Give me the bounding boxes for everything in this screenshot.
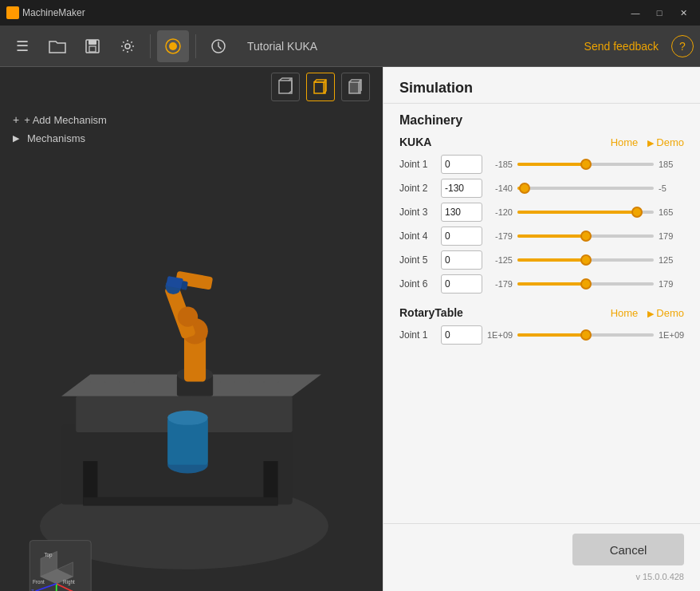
kuka-demo-button[interactable]: Demo [647, 136, 684, 148]
joint-slider-track [517, 333, 654, 337]
joint-slider[interactable] [517, 227, 654, 246]
record-button[interactable] [157, 30, 189, 62]
version-text: v 15.0.0.428 [635, 572, 684, 581]
joint-label: Joint 4 [399, 230, 436, 242]
joint-row: Joint 11E+091E+09 [399, 325, 684, 345]
play-icon [647, 136, 654, 148]
joint-label: Joint 5 [399, 254, 436, 266]
joint-slider-fill [517, 258, 586, 262]
menu-button[interactable]: ☰ [6, 30, 38, 62]
joint-min-label: 1E+09 [487, 330, 513, 340]
joint-slider-thumb[interactable] [631, 207, 643, 218]
send-feedback-button[interactable]: Send feedback [578, 37, 665, 56]
open-folder-button[interactable] [41, 30, 73, 62]
save-button[interactable] [77, 30, 108, 62]
rotary-table-name: RotaryTable [399, 306, 463, 319]
joint-label: Joint 3 [399, 207, 436, 218]
svg-rect-7 [279, 81, 292, 93]
joint-slider-track [517, 187, 654, 190]
joint-input[interactable] [441, 155, 482, 174]
right-panel-footer: Cancel v 15.0.0.428 [383, 523, 700, 591]
joint-input[interactable] [441, 179, 482, 198]
close-button[interactable]: ✕ [673, 5, 694, 21]
app-logo: MachineMaker [6, 6, 85, 19]
rotary-home-label: Home [611, 307, 639, 319]
left-panel: + + Add Mechanism ▶ Mechanisms [0, 67, 383, 591]
joint-max-label: 179 [659, 231, 684, 241]
joint-min-label: -179 [487, 279, 513, 289]
joint-max-label: 185 [659, 160, 684, 169]
joint-slider-thumb[interactable] [580, 254, 592, 266]
joint-slider-thumb[interactable] [580, 329, 592, 341]
joint-slider-track [517, 258, 654, 262]
svg-text:Top: Top [44, 552, 53, 558]
svg-rect-2 [89, 46, 96, 52]
rotary-home-button[interactable]: Home [611, 307, 639, 319]
project-title: Tutorial KUKA [247, 40, 317, 53]
joint-max-label: 179 [659, 279, 684, 289]
rotary-table-group: RotaryTable Home Demo Joint 11E+091E+09 [399, 306, 684, 345]
machinery-section: Machinery KUKA Home Demo [383, 104, 700, 367]
viewport[interactable]: Top Front Right x y z [0, 151, 383, 591]
logo-icon [6, 6, 19, 19]
kuka-joints-container: Joint 1-185185Joint 2-140-5Joint 3-12016… [399, 155, 684, 294]
add-icon: + [13, 113, 19, 126]
window-controls: — □ ✕ [625, 5, 694, 21]
rotary-demo-button[interactable]: Demo [647, 307, 684, 319]
joint-slider-fill [517, 282, 586, 286]
rotary-table-header: RotaryTable Home Demo [399, 306, 684, 319]
joint-slider-thumb[interactable] [519, 183, 530, 194]
joint-slider-thumb[interactable] [580, 230, 592, 242]
minimize-button[interactable]: — [625, 5, 646, 21]
toolbar-divider-1 [150, 34, 151, 58]
joint-slider-fill [517, 333, 586, 337]
help-icon: ? [679, 40, 686, 53]
joint-slider-fill [517, 211, 637, 214]
shaded-box-icon [345, 77, 366, 97]
svg-text:z: z [31, 587, 34, 591]
app-name: MachineMaker [22, 7, 85, 18]
main-content: + + Add Mechanism ▶ Mechanisms [0, 67, 700, 591]
view-3d-button[interactable] [271, 73, 300, 101]
joint-slider[interactable] [517, 155, 654, 174]
joint-min-label: -185 [487, 160, 513, 169]
joint-slider[interactable] [517, 179, 654, 198]
joint-slider-thumb[interactable] [580, 278, 592, 290]
mechanisms-item[interactable]: ▶ Mechanisms [13, 132, 370, 144]
joint-input[interactable] [441, 203, 482, 222]
rotary-table-actions: Home Demo [611, 307, 684, 319]
kuka-home-button[interactable]: Home [611, 136, 639, 148]
joint-slider-fill [517, 163, 586, 166]
joint-input[interactable] [441, 227, 482, 246]
joint-slider[interactable] [517, 274, 654, 294]
joint-label: Joint 1 [399, 329, 436, 341]
joint-input[interactable] [441, 325, 482, 345]
joint-label: Joint 1 [399, 159, 436, 170]
view-shaded-button[interactable] [341, 73, 370, 101]
help-button[interactable]: ? [671, 35, 694, 57]
joint-input[interactable] [441, 250, 482, 270]
speed-button[interactable] [203, 30, 234, 62]
mechanisms-label: Mechanisms [27, 132, 85, 144]
joint-min-label: -120 [487, 207, 513, 217]
add-mechanism-label: + Add Mechanism [24, 114, 107, 126]
toolbar-right: Send feedback ? [578, 35, 694, 57]
joint-slider-thumb[interactable] [580, 159, 592, 170]
cancel-button[interactable]: Cancel [572, 534, 684, 565]
joint-slider-track [517, 163, 654, 166]
maximize-button[interactable]: □ [649, 5, 670, 21]
svg-point-26 [167, 411, 208, 425]
joint-slider[interactable] [517, 203, 654, 222]
joint-row: Joint 5-125125 [399, 250, 684, 270]
add-mechanism-button[interactable]: + + Add Mechanism [13, 113, 370, 126]
joint-slider[interactable] [517, 325, 654, 345]
settings-button[interactable] [112, 30, 144, 62]
view-wireframe-button[interactable] [306, 73, 335, 101]
joint-input[interactable] [441, 274, 482, 294]
joint-slider[interactable] [517, 250, 654, 270]
settings-icon [120, 38, 136, 54]
joint-min-label: -125 [487, 255, 513, 265]
svg-text:Front: Front [33, 579, 45, 585]
toolbar-divider-2 [195, 34, 196, 58]
kuka-header: KUKA Home Demo [399, 136, 684, 148]
